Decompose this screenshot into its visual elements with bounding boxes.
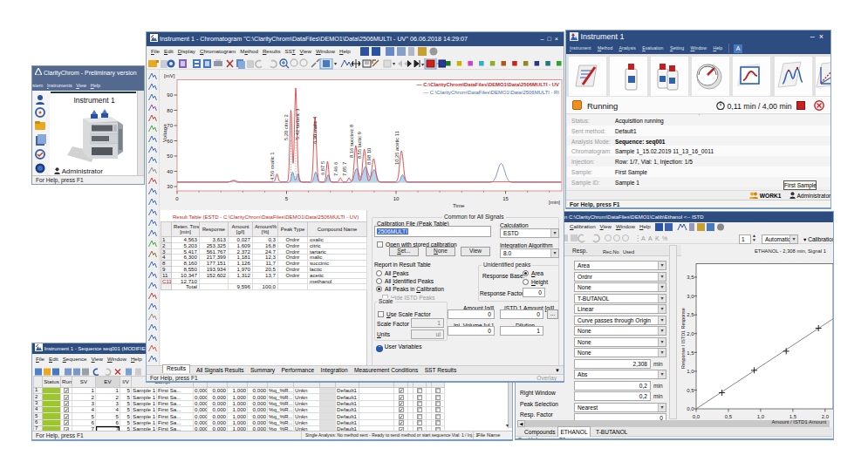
svg-text:Amount / ISTD1 Amount: Amount / ISTD1 Amount	[771, 419, 826, 425]
svg-text:70: 70	[167, 123, 173, 128]
svg-text:15: 15	[502, 196, 509, 201]
svg-text:Voltage: Voltage	[161, 124, 167, 142]
svg-text:5: 5	[285, 196, 289, 201]
svg-text:60: 60	[167, 139, 173, 144]
svg-text:2,0: 2,0	[687, 331, 694, 336]
svg-text:▾: ▾	[421, 62, 424, 67]
svg-text:— C:\ClarityChrom\DataFiles\DE: — C:\ClarityChrom\DataFiles\DEMO1\Data\2…	[423, 90, 559, 95]
svg-text:⋮: ⋮	[634, 234, 641, 242]
svg-text:2,5: 2,5	[687, 312, 694, 317]
svg-text:4,56 oxalic 1: 4,56 oxalic 1	[270, 152, 275, 180]
svg-text:30: 30	[167, 184, 173, 189]
svg-text:A: A	[641, 235, 646, 241]
svg-text:5,42 tartaric 3: 5,42 tartaric 3	[295, 109, 300, 139]
svg-text:8,16 succinic 8: 8,16 succinic 8	[349, 125, 354, 158]
svg-text:1,0: 1,0	[757, 414, 765, 419]
svg-text:0,0: 0,0	[693, 414, 701, 419]
svg-text:8,98 10: 8,98 10	[366, 148, 372, 165]
svg-text:8,55 lactic 9: 8,55 lactic 9	[357, 132, 362, 159]
svg-text:0,5: 0,5	[725, 414, 733, 419]
svg-text:Time: Time	[453, 202, 465, 208]
svg-text:7,46 6: 7,46 6	[333, 162, 338, 176]
svg-text:0: 0	[175, 196, 179, 201]
svg-text:0,0: 0,0	[687, 406, 694, 411]
svg-text:1,0: 1,0	[687, 369, 694, 374]
svg-text:[min]: [min]	[549, 200, 560, 205]
svg-text:80: 80	[167, 108, 173, 113]
svg-text:5,20 citric 2: 5,20 citric 2	[284, 114, 289, 140]
svg-text:3,5: 3,5	[687, 275, 694, 280]
svg-text:7,85 7: 7,85 7	[342, 162, 347, 176]
svg-text:▾: ▾	[334, 61, 337, 66]
svg-text:50: 50	[167, 153, 173, 159]
svg-text:40: 40	[167, 169, 173, 174]
svg-text:[mV]: [mV]	[164, 73, 175, 78]
svg-text:▾: ▾	[393, 61, 395, 66]
svg-text:1,5: 1,5	[687, 350, 694, 356]
svg-text:6,87 5: 6,87 5	[320, 161, 325, 175]
svg-text:3,0: 3,0	[687, 294, 694, 299]
svg-text:A: A	[648, 235, 653, 241]
svg-text:%: %	[662, 235, 667, 241]
svg-text:0,5: 0,5	[687, 388, 694, 393]
svg-text:6,30 malic 4: 6,30 malic 4	[312, 116, 318, 144]
svg-text:K: K	[655, 235, 660, 241]
svg-text:— C:\ClarityChrom\DataFiles\DE: — C:\ClarityChrom\DataFiles\DEMO1\Data\2…	[417, 82, 559, 87]
svg-text:90: 90	[167, 92, 173, 98]
svg-text:10,25 acetic 11: 10,25 acetic 11	[394, 131, 400, 165]
svg-text:10: 10	[393, 196, 400, 201]
svg-text:Response / ISTD1 Response: Response / ISTD1 Response	[681, 308, 686, 369]
